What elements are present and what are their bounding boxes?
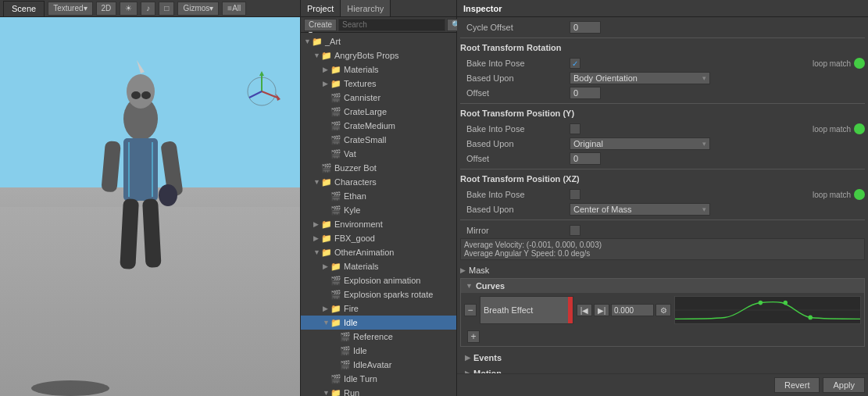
events-section[interactable]: ▶ Events	[460, 350, 865, 366]
tree-item-ethan[interactable]: 🎬 Ethan	[301, 189, 456, 203]
audio-btn[interactable]: ♪	[141, 2, 155, 16]
posXZ-bake-row: Bake Into Pose loop match	[460, 187, 865, 202]
project-tree: ▼ 📁 _Art ▼ 📁 AngryBots Props ▶ 📁 Materia…	[301, 33, 456, 396]
posY-offset-label: Offset	[460, 154, 570, 163]
project-tab[interactable]: Project	[301, 0, 341, 16]
next-keyframe-btn[interactable]: ▶|	[594, 304, 609, 316]
textured-dropdown[interactable]: Textured ▾	[48, 2, 92, 16]
mirror-checkbox[interactable]	[570, 225, 580, 236]
svg-point-22	[784, 301, 788, 305]
tree-item-run[interactable]: ▼ 📁 Run	[301, 386, 456, 396]
curve-controls: |◀ ▶| ⚙	[577, 304, 671, 316]
mirror-label: Mirror	[460, 226, 570, 235]
curves-remove-btn[interactable]: −	[464, 304, 477, 316]
rot-bake-label: Bake Into Pose	[460, 59, 570, 68]
svg-point-17	[141, 91, 151, 99]
rot-loop-label: loop match	[813, 59, 851, 68]
curve-graph[interactable]	[674, 296, 861, 324]
tree-item-vat[interactable]: 🎬 Vat	[301, 147, 456, 161]
posXZ-loop-match: loop match	[813, 189, 865, 200]
gizmos-dropdown[interactable]: Gizmos ▾	[177, 2, 219, 16]
svg-line-3	[262, 91, 277, 98]
posY-bake-label: Bake Into Pose	[460, 124, 570, 134]
inspector-header: Inspector	[457, 0, 868, 17]
scene-view[interactable]: < Persp	[0, 17, 300, 396]
tree-item-idleavatar[interactable]: 🎬 IdleAvatar	[301, 358, 456, 372]
posY-offset-row: Offset 0	[460, 152, 865, 166]
svg-marker-2	[259, 71, 264, 76]
svg-marker-8	[137, 60, 145, 73]
2d-toggle[interactable]: 2D	[96, 2, 117, 16]
rot-offset-value[interactable]: 0	[570, 87, 601, 99]
mask-row: ▶ Mask	[460, 263, 865, 277]
posXZ-loop-indicator	[854, 189, 865, 200]
tree-item-environment[interactable]: ▶ 📁 Environment	[301, 217, 456, 231]
tree-item-fire[interactable]: ▶ 📁 Fire	[301, 301, 456, 316]
cycle-offset-value[interactable]: 0	[570, 21, 601, 34]
posXZ-bake-label: Bake Into Pose	[460, 190, 570, 199]
curve-settings-btn[interactable]: ⚙	[655, 304, 671, 316]
root-posY-title: Root Transform Position (Y)	[460, 107, 865, 120]
tree-item-materials1[interactable]: ▶ 📁 Materials	[301, 62, 456, 77]
posXZ-basedupon-row: Based Upon Center of Mass ▾	[460, 202, 865, 216]
events-label: Events	[473, 353, 502, 362]
curve-transport: |◀ ▶| ⚙	[577, 304, 671, 316]
prev-keyframe-btn[interactable]: |◀	[577, 304, 592, 316]
apply-button[interactable]: Apply	[823, 377, 865, 393]
hierarchy-tab[interactable]: Hierarchy	[341, 0, 391, 16]
tree-item-idleturn[interactable]: 🎬 Idle Turn	[301, 372, 456, 386]
tree-item-explosion-anim[interactable]: 🎬 Explosion animation	[301, 273, 456, 287]
curve-name-box: Breath Effect	[480, 296, 573, 324]
tree-item-art[interactable]: ▼ 📁 _Art	[301, 34, 456, 48]
revert-button[interactable]: Revert	[774, 377, 820, 393]
tree-item-reference1[interactable]: 🎬 Reference	[301, 330, 456, 344]
posY-bake-checkbox[interactable]	[570, 123, 580, 134]
tree-item-idle2[interactable]: 🎬 Idle	[301, 344, 456, 358]
tree-item-fbx[interactable]: ▶ 📁 FBX_good	[301, 231, 456, 245]
curves-header[interactable]: ▼ Curves	[461, 279, 864, 293]
posY-offset-value[interactable]: 0	[570, 152, 601, 165]
tree-item-materials2[interactable]: ▶ 📁 Materials	[301, 259, 456, 273]
scene-tab[interactable]: Scene	[3, 1, 45, 16]
curves-add-btn[interactable]: +	[467, 330, 480, 343]
tree-item-explosion-sparks[interactable]: 🎬 Explosion sparks rotate	[301, 287, 456, 301]
inspector-bottom-buttons: Revert Apply	[457, 373, 868, 396]
curves-section: ▼ Curves − Breath Effect |◀ ▶| ⚙	[460, 278, 865, 347]
tree-item-cannister[interactable]: 🎬 Cannister	[301, 91, 456, 105]
create-btn[interactable]: Create ▾	[304, 19, 337, 31]
posXZ-bake-checkbox[interactable]	[570, 189, 580, 200]
lights-btn[interactable]: ☀	[120, 2, 138, 16]
posY-loop-match: loop match	[813, 123, 865, 134]
mirror-row: Mirror	[460, 223, 865, 237]
curve-value-input[interactable]	[611, 304, 654, 316]
curves-chevron: ▼	[466, 282, 473, 290]
posY-basedupon-dropdown[interactable]: Original ▾	[570, 137, 710, 150]
project-hierarchy-panel: Project Hierarchy Create ▾ 🔍 ↕ ▼ 📁 _Art	[301, 0, 457, 396]
tree-item-cratelarge[interactable]: 🎬 CrateLarge	[301, 105, 456, 119]
tree-item-otheranimation[interactable]: ▼ 📁 OtherAnimation	[301, 245, 456, 259]
tree-item-angrybots[interactable]: ▼ 📁 AngryBots Props	[301, 48, 456, 62]
character-figure	[55, 56, 227, 322]
filter-dropdown[interactable]: ≡All	[222, 2, 246, 16]
motion-section[interactable]: ▶ Motion	[460, 366, 865, 373]
posY-basedupon-label: Based Upon	[460, 139, 570, 148]
tree-item-characters[interactable]: ▼ 📁 Characters	[301, 175, 456, 189]
perspective-label: < Persp	[266, 207, 294, 216]
svg-rect-12	[120, 198, 139, 269]
search-input[interactable]	[338, 19, 445, 31]
tree-item-idle[interactable]: ▼ 📁 Idle	[301, 316, 456, 330]
svg-point-18	[159, 184, 177, 206]
tree-item-buzzerbot[interactable]: 🎬 Buzzer Bot	[301, 161, 456, 175]
rot-bake-checkbox[interactable]	[570, 58, 580, 69]
svg-point-21	[759, 301, 763, 305]
inspector-content: Cycle Offset 0 Root Transform Rotation B…	[457, 17, 868, 373]
tree-item-kyle[interactable]: 🎬 Kyle	[301, 203, 456, 217]
posXZ-basedupon-dropdown[interactable]: Center of Mass ▾	[570, 203, 710, 216]
avg-velocity-info: Average Velocity: (-0.001, 0.000, 0.003)…	[460, 238, 865, 260]
tree-item-textures[interactable]: ▶ 📁 Textures	[301, 77, 456, 91]
scene-gizmo[interactable]	[238, 68, 285, 115]
rot-basedupon-dropdown[interactable]: Body Orientation ▾	[570, 72, 710, 84]
camera-btn[interactable]: □	[159, 2, 174, 16]
tree-item-cratesmall[interactable]: 🎬 CrateSmall	[301, 133, 456, 147]
tree-item-cratemedium[interactable]: 🎬 CrateMedium	[301, 119, 456, 133]
